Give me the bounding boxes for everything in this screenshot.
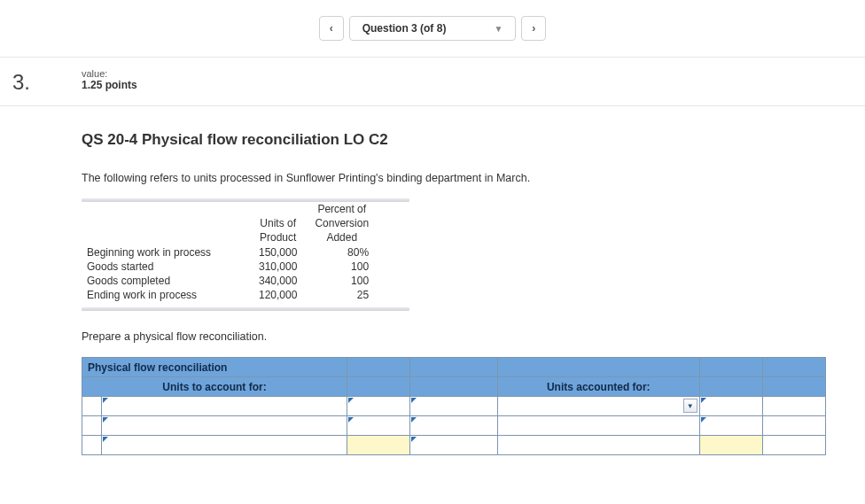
question-title: QS 20-4 Physical flow reconciliation LO … bbox=[82, 131, 780, 149]
value-label: value: bbox=[82, 68, 137, 79]
total-cell[interactable] bbox=[699, 436, 762, 455]
answer-main-header: Physical flow reconciliation bbox=[82, 358, 347, 377]
input-cell[interactable] bbox=[762, 416, 825, 436]
table-row: Ending work in process 120,000 25 bbox=[82, 288, 378, 302]
question-selector-label: Question 3 (of 8) bbox=[362, 22, 447, 35]
input-cell[interactable] bbox=[699, 416, 762, 436]
table-row: Beginning work in process 150,000 80% bbox=[82, 245, 378, 260]
prev-question-button[interactable]: ‹ bbox=[319, 16, 344, 41]
question-intro: The following refers to units processed … bbox=[82, 172, 780, 184]
right-section-header: Units accounted for: bbox=[497, 377, 699, 397]
table-bottom-shade bbox=[82, 307, 409, 311]
caret-down-icon: ▼ bbox=[494, 24, 503, 34]
input-cell[interactable] bbox=[762, 397, 825, 416]
input-cell[interactable] bbox=[101, 416, 347, 436]
chevron-left-icon: ‹ bbox=[330, 22, 333, 35]
question-nav: ‹ Question 3 (of 8) ▼ › bbox=[0, 0, 865, 58]
input-cell[interactable] bbox=[497, 436, 699, 455]
table-row: Goods started 310,000 100 bbox=[82, 260, 378, 274]
input-cell[interactable] bbox=[497, 416, 699, 436]
chevron-right-icon: › bbox=[532, 22, 535, 35]
input-cell[interactable] bbox=[762, 436, 825, 455]
total-cell[interactable] bbox=[347, 436, 409, 455]
col-units-header: Units ofProduct bbox=[250, 202, 306, 245]
input-cell[interactable] bbox=[101, 397, 347, 416]
question-selector-dropdown[interactable]: Question 3 (of 8) ▼ bbox=[349, 16, 517, 41]
col-pct-header: Percent ofConversionAdded bbox=[306, 202, 378, 245]
caret-down-icon: ▼ bbox=[683, 399, 697, 413]
question-number: 3. bbox=[0, 68, 82, 95]
question-instruction: Prepare a physical flow reconciliation. bbox=[82, 330, 780, 343]
question-header: 3. value: 1.25 points bbox=[0, 58, 865, 106]
next-question-button[interactable]: › bbox=[521, 16, 546, 41]
answer-table: Physical flow reconciliation Units to ac… bbox=[82, 357, 826, 455]
input-cell[interactable] bbox=[101, 436, 347, 455]
points-value: 1.25 points bbox=[82, 79, 137, 91]
table-row: Goods completed 340,000 100 bbox=[82, 274, 378, 288]
left-section-header: Units to account for: bbox=[82, 377, 347, 397]
question-content: QS 20-4 Physical flow reconciliation LO … bbox=[0, 106, 780, 455]
input-cell[interactable] bbox=[410, 416, 498, 436]
input-cell[interactable] bbox=[699, 397, 762, 416]
input-cell[interactable] bbox=[347, 416, 409, 436]
input-cell[interactable] bbox=[410, 397, 498, 416]
dropdown-cell[interactable]: ▼ bbox=[497, 397, 699, 416]
input-cell[interactable] bbox=[410, 436, 498, 455]
answer-area: Physical flow reconciliation Units to ac… bbox=[82, 357, 826, 455]
data-table: Units ofProduct Percent ofConversionAdde… bbox=[82, 202, 378, 302]
input-cell[interactable] bbox=[347, 397, 409, 416]
